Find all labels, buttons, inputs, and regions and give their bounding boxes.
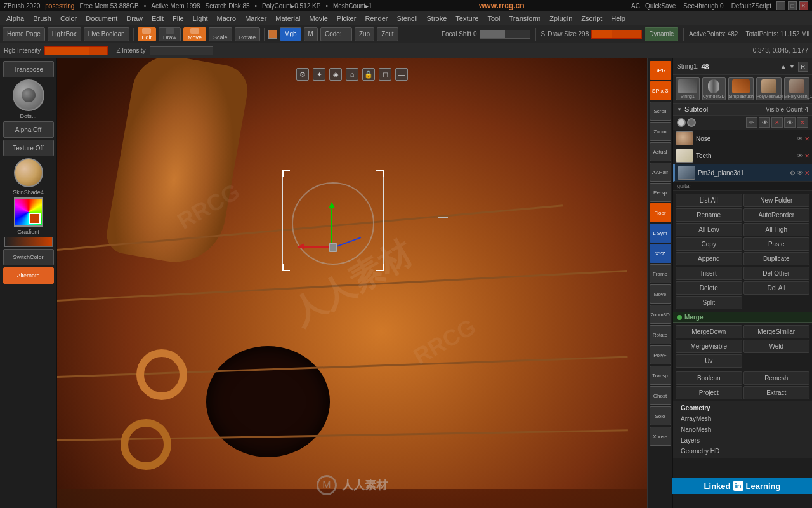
alpha-off-btn[interactable]: Alpha Off [3, 121, 54, 138]
array-mesh-label[interactable]: ArrayMesh [677, 413, 808, 424]
merge-down-btn[interactable]: MergeDown [676, 325, 742, 338]
nano-mesh-label[interactable]: NanoMesh [677, 424, 808, 435]
texture-off-btn[interactable]: Texture Off [3, 140, 54, 156]
scale-btn[interactable]: Scale [209, 27, 232, 41]
menu-light[interactable]: Light [189, 13, 212, 23]
zoom-btn[interactable]: Zoom [650, 122, 671, 141]
menu-render[interactable]: Render [361, 13, 391, 23]
home-tool-icon[interactable]: ⌂ [346, 68, 358, 81]
gear-tool-icon[interactable]: ⚙ [296, 68, 309, 81]
lsym-btn[interactable]: L Sym [650, 224, 671, 243]
switch-color-btn[interactable]: SwitchColor [3, 249, 54, 265]
plane-gear-icon[interactable]: ⚙ [790, 170, 796, 177]
menu-transform[interactable]: Transform [506, 13, 545, 23]
menu-file[interactable]: File [169, 13, 188, 23]
persp-btn[interactable]: Persp [650, 183, 671, 202]
pin-tool-icon[interactable]: ◈ [329, 68, 342, 81]
insert-btn[interactable]: Insert [676, 267, 742, 280]
st-toggle-1[interactable] [677, 118, 686, 127]
st-btn-1[interactable]: ✏ [746, 117, 757, 128]
menu-stencil[interactable]: Stencil [393, 13, 421, 23]
geometry-label[interactable]: Geometry [677, 403, 808, 413]
live-boolean-btn[interactable]: Live Boolean [84, 27, 129, 41]
snap-tool-icon[interactable]: ◻ [379, 68, 391, 81]
append-btn[interactable]: Append [676, 252, 742, 265]
st-btn-4[interactable]: 👁 [784, 117, 796, 128]
merge-visible-btn[interactable]: MergeVisible [676, 340, 742, 353]
aahalf-btn[interactable]: AAHalf [650, 163, 671, 182]
menu-movie[interactable]: Movie [305, 13, 331, 23]
star-tool-icon[interactable]: ✦ [313, 68, 325, 81]
subtool-item-teeth[interactable]: Teeth 👁 ✕ [673, 147, 812, 164]
plane-lock-icon[interactable]: ✕ [804, 170, 809, 177]
solo-btn[interactable]: Solo [650, 406, 671, 425]
floor-btn[interactable]: Floor [650, 203, 671, 222]
default-zscript[interactable]: DefaultZScript [729, 3, 774, 10]
remesh-btn[interactable]: Remesh [743, 371, 810, 385]
rename-btn[interactable]: Rename [676, 208, 742, 222]
z-intensity-slider[interactable] [150, 46, 213, 55]
menu-zscript[interactable]: Zscript [577, 13, 606, 23]
bpr-btn[interactable]: BPR [650, 61, 671, 80]
edit-btn[interactable]: Edit [138, 27, 157, 41]
code-btn[interactable]: Code: [320, 27, 352, 41]
st-btn-3[interactable]: ✕ [771, 117, 783, 128]
move-btn[interactable]: Move [183, 27, 206, 41]
home-page-btn[interactable]: Home Page [3, 27, 45, 41]
menu-draw[interactable]: Draw [122, 13, 147, 23]
menu-picker[interactable]: Picker [333, 13, 360, 23]
menu-document[interactable]: Document [82, 13, 121, 23]
frame-btn[interactable]: Frame [650, 264, 671, 283]
polymesh3d-thumb[interactable]: PolyMesh3D [756, 77, 782, 100]
project-btn[interactable]: Project [676, 386, 742, 399]
delete-btn[interactable]: Delete [676, 281, 742, 295]
st-toggle-2[interactable] [687, 118, 696, 127]
xyz-btn[interactable]: XYZ [650, 244, 671, 263]
auto-reorder-btn[interactable]: AutoReorder [743, 208, 810, 222]
menu-stroke[interactable]: Stroke [423, 13, 451, 23]
linkedin-banner[interactable]: Linked in Learning [672, 478, 812, 494]
menu-zplugin[interactable]: Zplugin [546, 13, 576, 23]
transp-btn[interactable]: Transp [650, 366, 671, 385]
spix-btn[interactable]: SPix 3 [650, 81, 671, 100]
copy-btn[interactable]: Copy [676, 237, 742, 251]
weld-btn[interactable]: Weld [743, 340, 810, 353]
tmp-polymesh-thumb[interactable]: TMPolyMesh_1 [784, 77, 809, 100]
split-btn[interactable]: Split [676, 296, 742, 309]
menu-texture[interactable]: Texture [452, 13, 482, 23]
uv-btn[interactable]: Uv [676, 354, 742, 368]
ghost-btn[interactable]: Ghost [650, 386, 671, 405]
duplicate-btn[interactable]: Duplicate [743, 252, 810, 265]
paste-btn[interactable]: Paste [743, 237, 810, 251]
all-high-btn[interactable]: All High [743, 223, 810, 236]
boolean-btn[interactable]: Boolean [676, 371, 742, 385]
quick-save-btn[interactable]: QuickSave [643, 3, 678, 10]
subtool-item-nose[interactable]: Nose 👁 ✕ [673, 130, 812, 147]
geometry-hd-label[interactable]: Geometry HD [677, 446, 808, 457]
merge-similar-btn[interactable]: MergeSimilar [743, 325, 810, 338]
del-other-btn[interactable]: Del Other [743, 267, 810, 280]
lightbox-btn[interactable]: LightBox [48, 27, 81, 41]
menu-material[interactable]: Material [272, 13, 304, 23]
xpose-btn[interactable]: Xpose [650, 427, 671, 446]
menu-color[interactable]: Color [56, 13, 81, 23]
maximize-btn[interactable]: □ [788, 1, 797, 10]
del-all-btn[interactable]: Del All [743, 281, 810, 295]
subtool-item-plane[interactable]: Pm3d_plane3d1 ⚙ 👁 ✕ [673, 164, 812, 182]
mgb-btn[interactable]: Mgb [280, 27, 301, 41]
draw-btn[interactable]: Draw [159, 27, 181, 41]
teeth-lock-icon[interactable]: ✕ [804, 152, 809, 159]
alternate-btn[interactable]: Alternate [3, 267, 54, 284]
move-btn-r[interactable]: Move [650, 284, 671, 304]
menu-tool[interactable]: Tool [483, 13, 504, 23]
dash-tool-icon[interactable]: — [395, 68, 408, 81]
plane-visible-icon[interactable]: 👁 [797, 170, 803, 177]
zcut-btn[interactable]: Zcut [377, 27, 398, 41]
color-swatch[interactable] [14, 197, 43, 227]
actual-btn[interactable]: Actual [650, 142, 671, 161]
material-sphere[interactable] [14, 158, 43, 187]
draw-size-slider[interactable] [591, 30, 642, 39]
r-btn[interactable]: R [798, 62, 809, 72]
menu-marker[interactable]: Marker [241, 13, 270, 23]
minimize-btn[interactable]: ─ [776, 1, 785, 10]
